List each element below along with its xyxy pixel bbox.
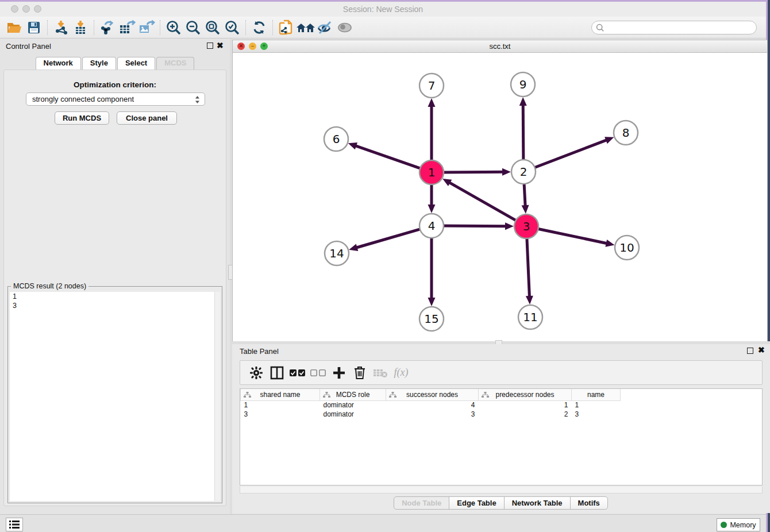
result-scrollbar[interactable] bbox=[214, 292, 220, 501]
table-cell[interactable]: 2 bbox=[479, 410, 572, 419]
result-item[interactable]: 3 bbox=[10, 301, 220, 310]
graph-edge-4-3[interactable] bbox=[442, 226, 507, 226]
column-label: MCDS role bbox=[336, 391, 370, 399]
clone-network-icon[interactable] bbox=[276, 19, 296, 36]
graph-edge-1-2[interactable] bbox=[442, 172, 504, 172]
table-row[interactable]: 3dominator323 bbox=[241, 410, 621, 419]
close-panel-icon[interactable]: ✖ bbox=[217, 41, 224, 50]
chevron-updown-icon bbox=[194, 95, 201, 106]
list-icon bbox=[9, 521, 20, 529]
tab-motifs[interactable]: Motifs bbox=[570, 496, 608, 510]
table-hscroll[interactable] bbox=[240, 487, 763, 494]
table-row[interactable]: 1dominator411 bbox=[241, 400, 621, 410]
graph-edge-3-10[interactable] bbox=[537, 229, 608, 244]
criterion-select[interactable]: strongly connected component bbox=[26, 92, 205, 106]
network-window-titlebar[interactable]: ✕ – + scc.txt bbox=[233, 40, 767, 53]
graph-node-label: 4 bbox=[428, 219, 436, 233]
select-all-icon[interactable] bbox=[287, 364, 308, 381]
zoom-selected-icon[interactable] bbox=[222, 19, 242, 36]
graph-edge-3-1[interactable] bbox=[449, 182, 517, 221]
ndex-save-icon[interactable] bbox=[315, 19, 335, 36]
title-bar: Session: New Session bbox=[0, 2, 766, 17]
graph-edge-2-8[interactable] bbox=[534, 140, 607, 168]
graph-edge-2-9[interactable] bbox=[523, 104, 523, 161]
tab-node-table[interactable]: Node Table bbox=[394, 496, 449, 510]
tab-mcds[interactable]: MCDS bbox=[156, 57, 194, 70]
graph-edge-3-11[interactable] bbox=[527, 237, 530, 298]
add-column-icon[interactable] bbox=[329, 364, 349, 381]
task-history-button[interactable] bbox=[6, 518, 23, 531]
zoom-in-icon[interactable] bbox=[164, 19, 183, 36]
function-builder-icon: f(x) bbox=[391, 364, 411, 381]
gear-icon[interactable] bbox=[246, 364, 267, 381]
graph-edge-arrow bbox=[526, 296, 533, 304]
run-mcds-button[interactable]: Run MCDS bbox=[55, 111, 109, 125]
tab-edge-table[interactable]: Edge Table bbox=[449, 496, 504, 510]
table-cell[interactable]: 3 bbox=[386, 410, 479, 419]
split-view-icon[interactable] bbox=[267, 364, 287, 381]
toolbar-separator bbox=[272, 20, 273, 35]
export-network-icon[interactable] bbox=[98, 19, 117, 36]
graph-node-label: 9 bbox=[519, 78, 527, 91]
table-tabs: Node TableEdge TableNetwork TableMotifs bbox=[232, 496, 770, 510]
table-cell[interactable]: 1 bbox=[572, 400, 621, 410]
search-container bbox=[591, 21, 757, 34]
delete-table-icon bbox=[370, 364, 391, 381]
ndex-home-icon[interactable] bbox=[296, 19, 315, 36]
eye-icon bbox=[335, 19, 355, 36]
table-cell[interactable]: 1 bbox=[241, 400, 320, 410]
export-image-icon[interactable] bbox=[137, 19, 156, 36]
column-header-shared-name[interactable]: shared name bbox=[241, 389, 320, 400]
table-cell[interactable]: 3 bbox=[572, 410, 621, 419]
node-table[interactable]: shared nameMCDS rolesuccessor nodesprede… bbox=[240, 388, 763, 485]
float-panel-icon[interactable] bbox=[747, 348, 753, 354]
graph-node-label: 8 bbox=[622, 126, 630, 140]
column-header-successor-nodes[interactable]: successor nodes bbox=[386, 389, 479, 400]
open-file-icon[interactable] bbox=[5, 19, 24, 36]
result-item[interactable]: 1 bbox=[10, 292, 220, 301]
mcds-result-items: 13 bbox=[10, 292, 220, 310]
graph-node-label: 2 bbox=[520, 165, 528, 179]
tab-select[interactable]: Select bbox=[117, 57, 155, 70]
network-canvas[interactable]: 7968124314101511 bbox=[233, 53, 767, 341]
column-header-name[interactable]: name bbox=[572, 389, 621, 400]
import-table-icon[interactable] bbox=[71, 19, 90, 36]
node-table-grid: shared nameMCDS rolesuccessor nodesprede… bbox=[240, 389, 621, 419]
graph-edge-2-3[interactable] bbox=[524, 183, 525, 207]
table-panel: Table Panel ✖ bbox=[232, 344, 770, 513]
tab-network[interactable]: Network bbox=[36, 57, 81, 70]
memory-button[interactable]: Memory bbox=[717, 518, 760, 531]
close-panel-icon[interactable]: ✖ bbox=[758, 345, 765, 354]
delete-column-icon[interactable] bbox=[349, 364, 370, 381]
graph-edge-4-14[interactable] bbox=[356, 229, 421, 248]
float-panel-icon[interactable] bbox=[207, 43, 213, 49]
refresh-icon[interactable] bbox=[249, 19, 269, 36]
table-cell[interactable]: dominator bbox=[320, 400, 386, 410]
deselect-all-icon[interactable] bbox=[308, 364, 329, 381]
tab-style[interactable]: Style bbox=[82, 57, 116, 70]
graph-edge-1-6[interactable] bbox=[355, 145, 421, 169]
column-header-MCDS-role[interactable]: MCDS role bbox=[320, 389, 386, 400]
mcds-result-groupbox: MCDS result (2 nodes) 13 bbox=[7, 286, 222, 503]
graph-node-label: 14 bbox=[329, 246, 344, 260]
zoom-fit-icon[interactable] bbox=[203, 19, 222, 36]
network-graph[interactable]: 7968124314101511 bbox=[233, 53, 767, 341]
criterion-value: strongly connected component bbox=[32, 95, 134, 103]
search-input[interactable] bbox=[591, 21, 757, 34]
tab-network-table[interactable]: Network Table bbox=[504, 496, 571, 510]
export-table-icon[interactable] bbox=[117, 19, 137, 36]
app-window: Session: New Session bbox=[0, 0, 768, 532]
table-cell[interactable]: 3 bbox=[241, 410, 320, 419]
table-cell[interactable]: 4 bbox=[386, 400, 479, 410]
graph-edge-arrow bbox=[605, 240, 614, 247]
import-network-icon[interactable] bbox=[51, 19, 71, 36]
save-session-icon[interactable] bbox=[24, 19, 44, 36]
close-panel-button[interactable]: Close panel bbox=[117, 111, 177, 125]
table-cell[interactable]: dominator bbox=[320, 410, 386, 419]
optimization-label: Optimization criterion: bbox=[4, 80, 226, 89]
column-header-predecessor-nodes[interactable]: predecessor nodes bbox=[479, 389, 572, 400]
table-header-row: shared nameMCDS rolesuccessor nodesprede… bbox=[241, 389, 621, 400]
table-cell[interactable]: 1 bbox=[479, 400, 572, 410]
mcds-result-list[interactable]: 13 bbox=[10, 292, 220, 501]
zoom-out-icon[interactable] bbox=[183, 19, 203, 36]
